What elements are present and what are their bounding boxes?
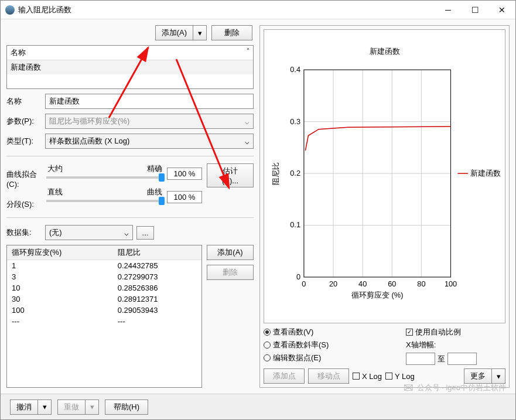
svg-text:20: 20	[329, 279, 337, 288]
svg-text:新建函数: 新建函数	[470, 169, 501, 177]
chevron-down-icon[interactable]: ▾	[193, 26, 206, 40]
fit-label: 曲线拟合(C):	[6, 169, 42, 189]
table-row[interactable]: 30.27299073	[7, 271, 201, 282]
watermark: ✉公众号 · igeo中仿岩土软件	[404, 381, 506, 395]
add-split-button[interactable]: 添加(A) ▾	[155, 25, 207, 40]
table-add-button[interactable]: 添加(A)	[207, 245, 254, 260]
undo-button[interactable]: 撤消▾	[10, 399, 52, 415]
help-button[interactable]: 帮助(H)	[105, 399, 148, 415]
svg-text:新建函数: 新建函数	[370, 47, 400, 56]
svg-text:80: 80	[417, 279, 425, 288]
svg-text:循环剪应变 (%): 循环剪应变 (%)	[351, 291, 403, 299]
seg-label: 分段(S):	[6, 199, 42, 210]
param-combo: 阻尼比与循环剪应变(%)⌵	[45, 114, 254, 129]
maximize-button[interactable]: ☐	[462, 1, 488, 19]
type-combo[interactable]: 样条数据点函数 (X Log)⌵	[45, 134, 254, 149]
x-incr-label: X轴增幅:	[406, 340, 505, 350]
seg-slider[interactable]	[46, 200, 163, 202]
x-from-input[interactable]	[406, 353, 435, 365]
estimate-button[interactable]: 估计(E)...	[207, 163, 254, 187]
table-row[interactable]: ------	[7, 316, 201, 327]
col1-header: 循环剪应变(%)	[7, 245, 113, 260]
view-function-radio[interactable]: 查看函数(V)	[264, 327, 400, 337]
svg-text:0.1: 0.1	[290, 220, 300, 229]
function-list[interactable]: 名称˄ 新建函数	[6, 45, 254, 89]
fit-percent[interactable]: 100 %	[167, 168, 202, 180]
close-button[interactable]: ✕	[488, 1, 515, 19]
name-input[interactable]: 新建函数	[45, 94, 254, 109]
seg-percent[interactable]: 100 %	[167, 191, 202, 203]
chevron-down-icon: ⌵	[245, 137, 250, 146]
edit-points-radio[interactable]: 编辑数据点(E)	[264, 353, 400, 363]
chevron-down-icon: ▾	[86, 400, 98, 414]
dataset-browse-button[interactable]: ...	[136, 226, 154, 240]
svg-text:0.2: 0.2	[290, 169, 300, 177]
dataset-combo[interactable]: (无)⌵	[45, 225, 133, 240]
minimize-button[interactable]: ─	[435, 1, 462, 19]
title-bar: 输入阻尼比函数 ─ ☐ ✕	[1, 1, 515, 19]
svg-text:60: 60	[388, 279, 396, 288]
xlog-checkbox[interactable]: X Log	[353, 372, 382, 381]
param-label: 参数(P):	[6, 116, 42, 127]
table-row[interactable]: 100.28526386	[7, 282, 201, 293]
window-title: 输入阻尼比函数	[18, 5, 435, 15]
svg-text:0.3: 0.3	[290, 117, 300, 126]
chart-area: 新建函数02040608010000.10.20.30.4循环剪应变 (%)阻尼…	[264, 29, 505, 323]
dataset-label: 数据集:	[6, 227, 42, 238]
move-point-button[interactable]: 移动点	[308, 368, 349, 384]
chevron-down-icon: ⌵	[124, 228, 129, 237]
table-row[interactable]: 300.28912371	[7, 293, 201, 305]
type-label: 类型(T):	[6, 136, 42, 146]
table-row[interactable]: 10.24432785	[7, 260, 201, 272]
table-row[interactable]: 1000.29053943	[7, 305, 201, 316]
chevron-down-icon: ⌵	[245, 117, 250, 126]
svg-text:0: 0	[302, 279, 306, 288]
chevron-down-icon: ▾	[38, 400, 51, 414]
sort-caret-icon[interactable]: ˄	[247, 47, 250, 58]
delete-button[interactable]: 删除	[211, 25, 252, 40]
data-table[interactable]: 循环剪应变(%)阻尼比 10.2443278530.27299073100.28…	[6, 245, 202, 388]
list-item[interactable]: 新建函数	[7, 60, 253, 74]
x-to-input[interactable]	[447, 353, 477, 365]
col2-header: 阻尼比	[113, 245, 201, 260]
list-header: 名称	[11, 47, 26, 58]
table-delete-button[interactable]: 删除	[207, 265, 254, 280]
svg-text:100: 100	[445, 279, 457, 288]
add-point-button[interactable]: 添加点	[264, 368, 305, 384]
app-icon	[5, 5, 15, 15]
add-button-label: 添加(A)	[156, 26, 193, 40]
svg-text:40: 40	[358, 279, 367, 288]
ylog-checkbox[interactable]: Y Log	[385, 372, 415, 381]
fit-slider[interactable]	[46, 176, 163, 179]
auto-scale-checkbox[interactable]: ✓使用自动比例	[406, 327, 505, 337]
svg-text:阻尼比: 阻尼比	[271, 162, 280, 185]
svg-text:0.4: 0.4	[290, 65, 300, 74]
redo-button[interactable]: 重做▾	[57, 399, 99, 415]
svg-text:0: 0	[296, 272, 300, 281]
name-label: 名称	[6, 96, 42, 107]
view-slope-radio[interactable]: 查看函数斜率(S)	[264, 340, 400, 350]
